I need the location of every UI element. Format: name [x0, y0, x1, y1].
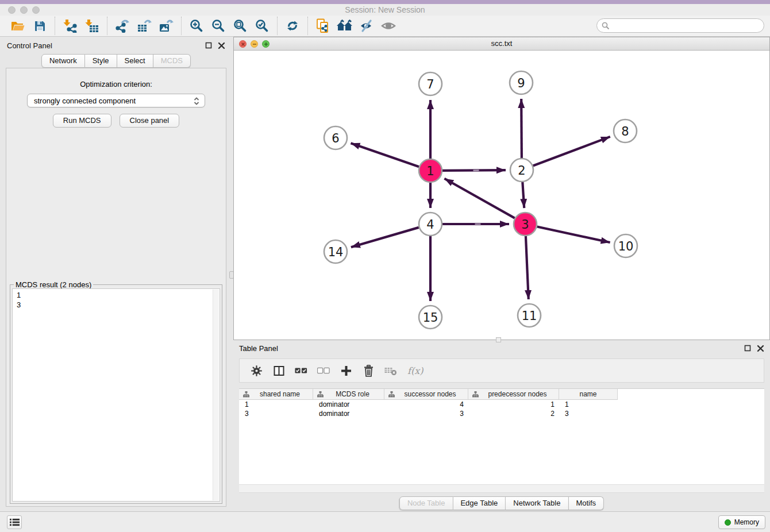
edge-3-1[interactable] [444, 179, 514, 218]
node-10[interactable]: 10 [614, 234, 637, 257]
node-2[interactable]: 2 [510, 159, 533, 182]
edge-1-6[interactable] [351, 143, 419, 167]
close-panel-button[interactable]: Close panel [120, 114, 180, 128]
node-9[interactable]: 9 [510, 71, 533, 94]
edge-2-3[interactable] [522, 182, 524, 208]
network-canvas[interactable]: 7968124314101511 [234, 51, 769, 340]
function-builder-icon[interactable]: f(x) [407, 364, 426, 377]
node-8[interactable]: 8 [614, 119, 637, 142]
table-body: 1dominator4113dominator323 [239, 400, 764, 418]
edge-2-8[interactable] [533, 137, 610, 166]
table-row[interactable]: 3dominator323 [239, 409, 764, 418]
cell-name[interactable]: 3 [559, 409, 618, 418]
node-15[interactable]: 15 [419, 306, 442, 329]
zoom-out-icon[interactable] [207, 17, 229, 35]
node-14[interactable]: 14 [324, 240, 347, 263]
network-minimize-button[interactable] [251, 40, 258, 48]
edge-3-10[interactable] [537, 226, 610, 242]
export-network-icon[interactable] [111, 17, 133, 35]
save-session-icon[interactable] [29, 17, 51, 35]
table-panel: Table Panel f(x) shared [233, 341, 770, 511]
memory-button[interactable]: Memory [718, 515, 765, 529]
node-label: 1 [426, 164, 434, 178]
delete-table-icon[interactable] [384, 364, 397, 377]
tab-network[interactable]: Network [41, 54, 85, 68]
import-network-icon[interactable] [59, 17, 81, 35]
node-11[interactable]: 11 [518, 304, 541, 327]
export-table-icon[interactable] [133, 17, 155, 35]
node-1[interactable]: 1 [419, 159, 442, 182]
cell-predecessor-nodes[interactable]: 1 [468, 400, 559, 409]
node-3[interactable]: 3 [514, 213, 537, 236]
edge-3-11[interactable] [526, 236, 529, 299]
toolbar-separator [55, 17, 55, 35]
control-panel-title: Control Panel [7, 41, 205, 50]
tab-edge-table[interactable]: Edge Table [453, 496, 506, 510]
refresh-layout-icon[interactable] [282, 17, 303, 35]
close-table-panel-icon[interactable] [757, 345, 764, 352]
node-label: 8 [621, 125, 629, 138]
node-7[interactable]: 7 [419, 72, 442, 95]
svg-text:f(x): f(x) [407, 365, 424, 376]
criterion-dropdown[interactable]: strongly connected component [27, 94, 205, 107]
column-header-shared-name[interactable]: shared name [239, 389, 313, 400]
mcds-result-text[interactable]: 1 3 [12, 288, 220, 502]
select-all-columns-icon[interactable] [295, 364, 307, 377]
tab-select[interactable]: Select [117, 54, 153, 68]
cell-successor-nodes[interactable]: 4 [384, 400, 468, 409]
cell-MCDS-role[interactable]: dominator [313, 400, 384, 409]
tab-motifs[interactable]: Motifs [568, 496, 604, 510]
scrollbar-track[interactable] [213, 290, 219, 500]
horizontal-scrollbar[interactable] [239, 484, 764, 492]
edge-4-14[interactable] [351, 228, 419, 247]
network-maximize-button[interactable] [262, 40, 270, 48]
deselect-all-columns-icon[interactable] [317, 364, 330, 377]
copy-network-icon[interactable] [312, 17, 334, 35]
edge-2-9[interactable] [521, 99, 522, 158]
birds-eye-icon[interactable] [378, 17, 399, 35]
split-columns-icon[interactable] [272, 364, 285, 377]
cell-successor-nodes[interactable]: 3 [384, 409, 468, 418]
cell-MCDS-role[interactable]: dominator [313, 409, 384, 418]
cell-shared-name[interactable]: 1 [239, 400, 313, 409]
float-panel-icon[interactable] [205, 42, 213, 49]
settings-icon[interactable] [250, 364, 263, 377]
node-label: 4 [426, 218, 434, 232]
search-input[interactable] [613, 21, 764, 30]
tab-node-table[interactable]: Node Table [399, 496, 453, 510]
zoom-selected-icon[interactable] [251, 17, 273, 35]
zoom-fit-icon[interactable] [229, 17, 251, 35]
task-history-button[interactable] [7, 515, 22, 529]
cell-name[interactable]: 1 [559, 400, 618, 409]
table-row[interactable]: 1dominator411 [239, 400, 764, 409]
zoom-in-icon[interactable] [186, 17, 207, 35]
node-6[interactable]: 6 [324, 126, 347, 149]
tab-style[interactable]: Style [85, 54, 117, 68]
column-header-predecessor-nodes[interactable]: predecessor nodes [468, 389, 559, 400]
home-icon[interactable] [334, 17, 356, 35]
column-header-name[interactable]: name [559, 389, 618, 400]
cell-predecessor-nodes[interactable]: 2 [468, 409, 559, 418]
mcds-result-title: MCDS result (2 nodes) [14, 280, 93, 289]
column-header-successor-nodes[interactable]: successor nodes [384, 389, 468, 400]
float-table-panel-icon[interactable] [744, 345, 752, 352]
column-header-MCDS-role[interactable]: MCDS role [313, 389, 384, 400]
close-panel-icon[interactable] [218, 42, 225, 49]
node-4[interactable]: 4 [419, 213, 442, 236]
hide-details-icon[interactable] [356, 17, 378, 35]
cell-shared-name[interactable]: 3 [239, 409, 313, 418]
toolbar-separator [107, 17, 107, 35]
import-table-icon[interactable] [81, 17, 103, 35]
network-close-button[interactable] [239, 40, 247, 48]
node-label: 11 [522, 309, 537, 323]
run-mcds-button[interactable]: Run MCDS [53, 114, 111, 128]
delete-column-icon[interactable] [362, 364, 375, 377]
search-field[interactable] [596, 18, 764, 33]
open-session-icon[interactable] [7, 17, 29, 35]
dropdown-stepper-icon [194, 97, 199, 106]
tab-mcds[interactable]: MCDS [153, 54, 191, 68]
tab-network-table[interactable]: Network Table [506, 496, 568, 510]
network-window-titlebar[interactable]: scc.txt [234, 37, 769, 51]
export-image-icon[interactable] [155, 17, 177, 35]
add-column-icon[interactable] [340, 364, 352, 377]
